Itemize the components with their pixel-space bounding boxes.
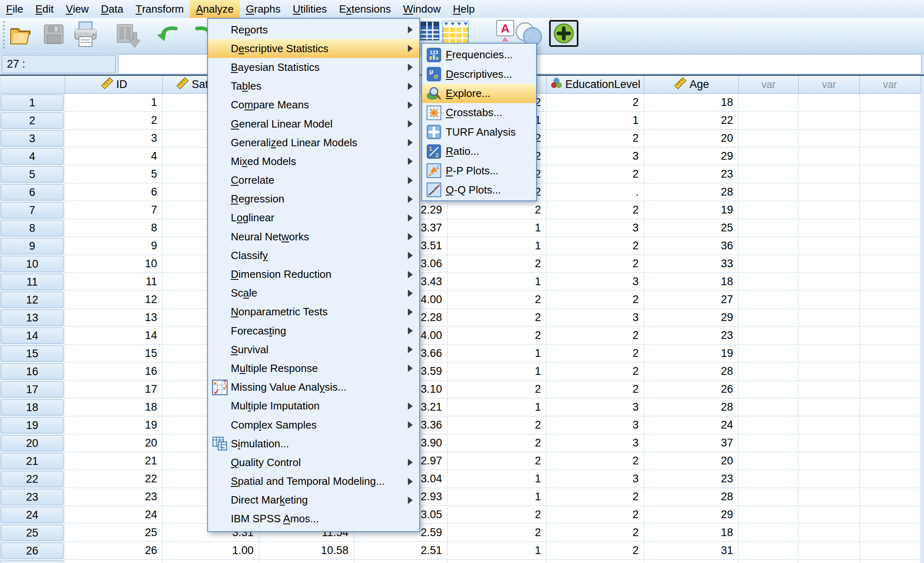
data-cell[interactable] — [860, 345, 921, 363]
data-cell[interactable] — [739, 363, 799, 380]
data-cell[interactable] — [739, 488, 799, 506]
data-cell[interactable]: 1 — [448, 273, 547, 291]
data-cell[interactable] — [739, 237, 799, 255]
data-cell[interactable]: 2 — [547, 327, 644, 345]
menu-item-scale[interactable]: Scale — [208, 284, 419, 303]
data-cell[interactable]: 2 — [547, 506, 644, 524]
data-cell[interactable] — [739, 470, 799, 488]
data-cell[interactable]: 1.00 — [163, 542, 259, 560]
data-cell[interactable] — [860, 380, 921, 398]
data-cell[interactable] — [860, 165, 921, 183]
data-cell[interactable] — [448, 560, 547, 563]
data-cell[interactable]: 2 — [448, 291, 547, 309]
save-icon[interactable] — [43, 24, 64, 45]
data-cell[interactable]: 20 — [644, 130, 739, 147]
data-cell[interactable]: 12 — [65, 291, 163, 309]
data-cell[interactable]: 3 — [547, 434, 644, 452]
menu-item-generalized-linear-models[interactable]: Generalized Linear Models — [208, 133, 419, 152]
menu-item-correlate[interactable]: Correlate — [208, 171, 419, 190]
data-cell[interactable]: 24 — [65, 506, 163, 524]
row-number-button[interactable]: 12 — [1, 292, 63, 308]
data-cell[interactable]: 1 — [448, 345, 547, 363]
data-cell[interactable]: 28 — [644, 398, 739, 416]
data-cell[interactable]: 20 — [65, 434, 163, 452]
data-cell[interactable] — [799, 201, 860, 219]
data-cell[interactable]: 5 — [65, 165, 163, 183]
go-to-case-icon[interactable] — [420, 20, 440, 42]
data-cell[interactable] — [799, 345, 860, 363]
row-number-button[interactable]: 9 — [1, 238, 63, 254]
data-cell[interactable] — [799, 452, 860, 470]
data-cell[interactable]: 29 — [644, 309, 739, 327]
submenu-item-turf-analysis[interactable]: TURF Analysis — [422, 123, 536, 142]
data-cell[interactable]: 22 — [65, 470, 163, 488]
column-header-age[interactable]: Age — [644, 76, 739, 94]
menubar-item-edit[interactable]: Edit — [29, 0, 60, 18]
data-cell[interactable]: 29 — [644, 147, 739, 165]
data-cell[interactable] — [799, 470, 860, 488]
data-cell[interactable]: 2 — [547, 345, 644, 363]
data-cell[interactable] — [860, 273, 921, 291]
row-number-button[interactable]: 4 — [1, 148, 63, 165]
data-cell[interactable]: 3 — [65, 130, 163, 147]
corner-header-cell[interactable] — [1, 76, 65, 94]
data-cell[interactable]: 31 — [644, 542, 739, 560]
recall-dialogs-icon[interactable] — [116, 23, 140, 48]
menubar-item-view[interactable]: View — [60, 0, 95, 18]
row-number-button[interactable]: 20 — [1, 435, 63, 451]
data-cell[interactable] — [65, 560, 163, 563]
data-cell[interactable]: 1 — [448, 398, 547, 416]
data-cell[interactable]: 19 — [644, 345, 739, 363]
data-cell[interactable] — [739, 524, 799, 542]
menu-item-dimension-reduction[interactable]: Dimension Reduction — [208, 265, 419, 284]
data-cell[interactable]: 25 — [644, 219, 739, 237]
menu-item-multiple-imputation[interactable]: Multiple Imputation — [208, 397, 419, 416]
data-cell[interactable] — [739, 165, 799, 183]
data-cell[interactable]: 1 — [448, 219, 547, 237]
menu-item-ibm-spss-amos[interactable]: IBM SPSS Amos... — [208, 510, 419, 528]
menu-item-reports[interactable]: Reports — [208, 20, 419, 39]
data-cell[interactable]: 22 — [644, 112, 739, 130]
data-cell[interactable]: 9 — [65, 237, 163, 255]
data-cell[interactable]: 6 — [65, 183, 163, 201]
row-number-button[interactable]: 22 — [1, 471, 63, 487]
data-cell[interactable] — [860, 488, 921, 506]
row-number-button[interactable]: 5 — [1, 166, 63, 183]
data-cell[interactable]: 2 — [547, 237, 644, 255]
menu-item-complex-samples[interactable]: Complex Samples — [208, 416, 419, 434]
data-cell[interactable]: 7 — [65, 201, 163, 219]
data-cell[interactable] — [799, 542, 860, 560]
data-cell[interactable]: 2 — [547, 255, 644, 273]
data-cell[interactable]: 2 — [547, 524, 644, 542]
data-cell[interactable]: 4 — [65, 147, 163, 165]
data-cell[interactable]: 2 — [448, 380, 547, 398]
data-cell[interactable]: 1 — [448, 470, 547, 488]
data-cell[interactable]: 2 — [547, 488, 644, 506]
data-cell[interactable] — [739, 94, 799, 112]
data-cell[interactable]: 36 — [644, 237, 739, 255]
data-cell[interactable] — [860, 201, 921, 219]
print-icon[interactable] — [73, 21, 98, 50]
submenu-item-q-q-plots[interactable]: Q-Q Plots... — [422, 180, 536, 200]
data-cell[interactable] — [799, 147, 860, 165]
data-cell[interactable] — [860, 470, 921, 488]
data-cell[interactable]: 23 — [644, 470, 739, 488]
column-header-var-2[interactable]: var — [799, 76, 860, 94]
data-cell[interactable]: 1 — [65, 94, 163, 112]
data-cell[interactable] — [739, 452, 799, 470]
submenu-item-frequencies[interactable]: 123Frequencies... — [422, 45, 536, 64]
data-cell[interactable] — [259, 560, 354, 563]
data-cell[interactable] — [799, 416, 860, 434]
data-cell[interactable] — [799, 398, 860, 416]
row-number-button[interactable]: 6 — [1, 184, 63, 200]
data-cell[interactable] — [799, 255, 860, 273]
data-cell[interactable]: 2 — [547, 542, 644, 560]
data-cell[interactable]: 14 — [65, 327, 163, 345]
data-cell[interactable]: 17 — [65, 380, 163, 398]
data-cell[interactable]: 3 — [547, 273, 644, 291]
data-cell[interactable] — [860, 524, 921, 542]
menubar-item-extensions[interactable]: Extensions — [333, 0, 397, 18]
data-cell[interactable]: 1 — [547, 112, 644, 130]
menubar-item-analyze[interactable]: Analyze — [190, 0, 240, 18]
data-cell[interactable]: 24 — [644, 416, 739, 434]
